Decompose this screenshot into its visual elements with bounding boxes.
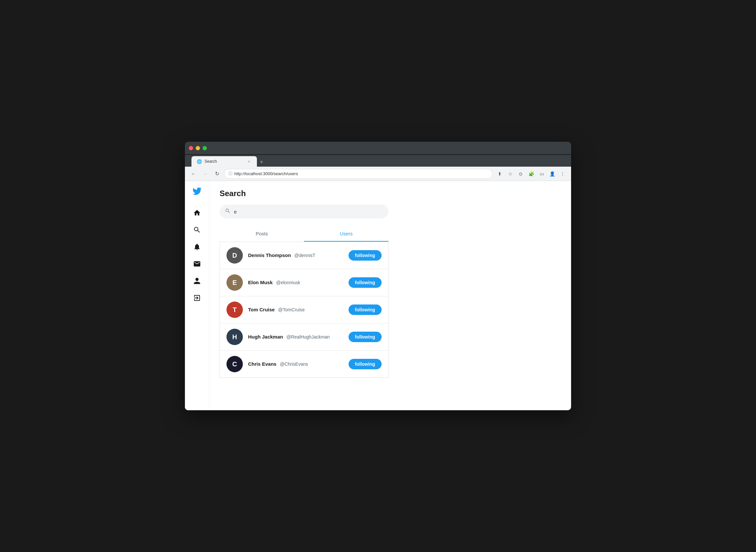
following-button[interactable]: following	[349, 332, 382, 342]
user-info: Dennis Thompson @dennisT	[248, 252, 343, 258]
tab-favicon-icon: 🌐	[197, 159, 202, 164]
user-info: Chris Evans @ChrisEvans	[248, 361, 343, 367]
user-avatar: T	[226, 301, 243, 318]
sidebar-item-messages[interactable]	[189, 256, 205, 272]
user-name: Hugh Jackman	[248, 334, 283, 339]
following-button[interactable]: following	[349, 359, 382, 369]
user-avatar: E	[226, 274, 243, 291]
tab-users[interactable]: Users	[304, 226, 388, 242]
back-button[interactable]: ←	[189, 169, 198, 178]
user-avatar: H	[226, 329, 243, 345]
search-input[interactable]	[234, 209, 383, 215]
browser-titlebar	[185, 142, 571, 154]
tab-posts[interactable]: Posts	[220, 226, 304, 242]
following-button[interactable]: following	[349, 277, 382, 288]
user-handle: @dennisT	[294, 253, 315, 258]
share-button[interactable]: ⬆	[495, 169, 504, 178]
user-info: Hugh Jackman @RealHughJackman	[248, 334, 343, 340]
traffic-light-close[interactable]	[189, 146, 193, 150]
search-icon	[225, 208, 231, 215]
following-button[interactable]: following	[349, 250, 382, 261]
traffic-light-minimize[interactable]	[196, 146, 200, 150]
user-avatar: C	[226, 356, 243, 372]
address-bar[interactable]: ⓘ http://localhost:3000/search/users	[224, 169, 493, 179]
user-handle: @RealHughJackman	[287, 334, 330, 339]
sidebar-toggle-button[interactable]: ▭	[537, 169, 546, 178]
browser-tab-active[interactable]: 🌐 Search ×	[191, 156, 257, 167]
browser-window: 🌐 Search × + ← → ↻ ⓘ http://localhost:30…	[185, 142, 571, 410]
forward-button[interactable]: →	[201, 169, 210, 178]
tab-title: Search	[205, 159, 217, 164]
search-bar[interactable]	[220, 204, 388, 219]
sidebar-item-home[interactable]	[189, 205, 205, 221]
page-title: Search	[220, 189, 388, 198]
toolbar-actions: ⬆ ☆ ⊙ 🧩 ▭ 👤 ⋮	[495, 169, 567, 178]
user-name: Dennis Thompson	[248, 252, 291, 258]
sidebar-item-logout[interactable]	[189, 290, 205, 306]
cast-button[interactable]: ⊙	[516, 169, 525, 178]
profile-avatar-button[interactable]: 👤	[548, 169, 557, 178]
browser-content: Search Posts Users D	[185, 181, 571, 410]
user-name: Chris Evans	[248, 361, 276, 367]
refresh-button[interactable]: ↻	[212, 169, 222, 178]
user-handle: @elonmusk	[276, 280, 300, 285]
sidebar-item-notifications[interactable]	[189, 239, 205, 255]
search-tabs: Posts Users	[220, 226, 388, 242]
sidebar-item-profile[interactable]	[189, 273, 205, 289]
sidebar	[185, 181, 209, 410]
user-item: E Elon Musk @elonmusk following	[220, 269, 388, 296]
user-name: Tom Cruise	[248, 307, 274, 312]
user-item: T Tom Cruise @TomCruise following	[220, 296, 388, 323]
user-item: D Dennis Thompson @dennisT following	[220, 242, 388, 269]
user-list: D Dennis Thompson @dennisT following E E…	[220, 242, 388, 378]
new-tab-button[interactable]: +	[257, 157, 266, 167]
address-url: http://localhost:3000/search/users	[234, 171, 298, 176]
user-info: Tom Cruise @TomCruise	[248, 307, 343, 313]
user-name: Elon Musk	[248, 280, 272, 285]
user-item: C Chris Evans @ChrisEvans following	[220, 351, 388, 378]
user-handle: @TomCruise	[278, 307, 305, 312]
tab-close-button[interactable]: ×	[246, 159, 252, 164]
address-security-icon: ⓘ	[228, 171, 232, 176]
extensions-button[interactable]: 🧩	[527, 169, 536, 178]
user-handle: @ChrisEvans	[280, 362, 308, 367]
following-button[interactable]: following	[349, 304, 382, 315]
traffic-light-maximize[interactable]	[203, 146, 207, 150]
app-logo[interactable]	[192, 186, 202, 198]
user-avatar: D	[226, 247, 243, 264]
browser-toolbar: ← → ↻ ⓘ http://localhost:3000/search/use…	[185, 167, 571, 181]
menu-button[interactable]: ⋮	[558, 169, 567, 178]
browser-tab-bar: 🌐 Search × +	[185, 155, 571, 167]
main-content: Search Posts Users D	[209, 181, 399, 410]
user-item: H Hugh Jackman @RealHughJackman followin…	[220, 323, 388, 351]
user-info: Elon Musk @elonmusk	[248, 280, 343, 285]
bookmark-button[interactable]: ☆	[506, 169, 515, 178]
sidebar-item-search[interactable]	[189, 222, 205, 238]
